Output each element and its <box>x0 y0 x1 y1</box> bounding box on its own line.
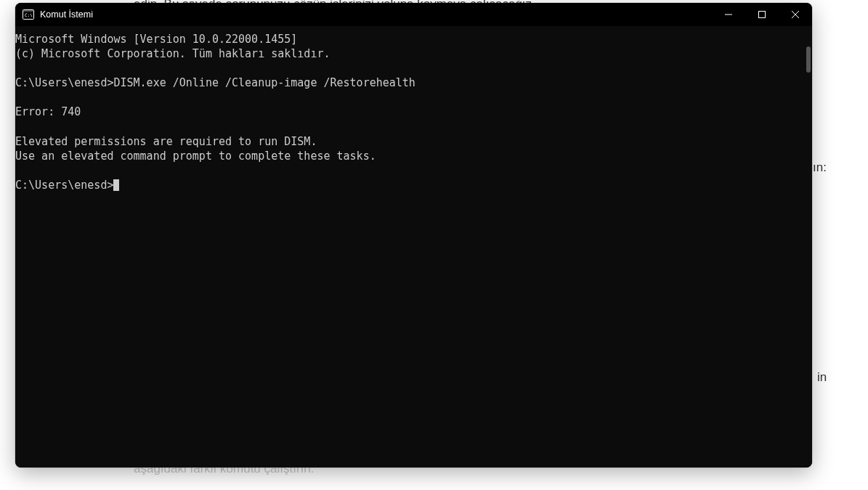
terminal-line-7: Elevated permissions are required to run… <box>15 135 317 148</box>
terminal-line-3: C:\Users\enesd>DISM.exe /Online /Cleanup… <box>15 76 415 89</box>
bg-text-2: ın: <box>813 160 827 175</box>
scrollbar-track[interactable] <box>802 26 812 467</box>
command-prompt-window: C:\ Komut İstemi <box>15 3 812 467</box>
terminal-line-0: Microsoft Windows [Version 10.0.22000.14… <box>15 33 297 46</box>
maximize-icon <box>758 11 766 18</box>
minimize-icon <box>725 11 732 18</box>
terminal-line-8: Use an elevated command prompt to comple… <box>15 150 376 163</box>
svg-rect-4 <box>759 12 766 18</box>
close-icon <box>792 11 799 18</box>
close-button[interactable] <box>779 3 812 26</box>
scrollbar-thumb[interactable] <box>806 46 811 73</box>
terminal-line-1: (c) Microsoft Corporation. Tüm hakları s… <box>15 47 330 60</box>
maximize-button[interactable] <box>745 3 779 26</box>
bg-text-3: in <box>817 370 827 385</box>
cmd-icon: C:\ <box>23 9 34 20</box>
terminal-line-5: Error: 740 <box>15 105 81 118</box>
window-title: Komut İstemi <box>40 9 93 20</box>
svg-text:C:\: C:\ <box>25 12 33 17</box>
terminal-output[interactable]: Microsoft Windows [Version 10.0.22000.14… <box>15 26 802 467</box>
terminal-line-10: C:\Users\enesd> <box>15 179 113 192</box>
cursor <box>113 179 119 191</box>
titlebar[interactable]: C:\ Komut İstemi <box>15 3 812 26</box>
minimize-button[interactable] <box>712 3 745 26</box>
